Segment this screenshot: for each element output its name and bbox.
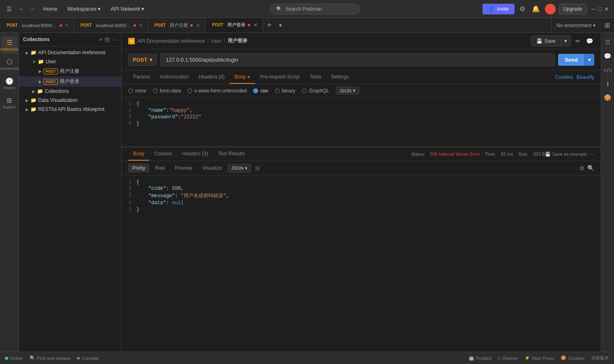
runner-item[interactable]: ▷ Runner — [498, 355, 518, 361]
request-code-editor[interactable]: 1 { 2 "name":"happy", 3 "password":"2222… — [122, 97, 601, 147]
resp-tab-cookies[interactable]: Cookies — [149, 147, 177, 161]
resp-copy-button[interactable]: ⧉ — [580, 165, 584, 172]
radio-binary[interactable]: binary — [275, 88, 295, 94]
explore-icon: ⊞ — [7, 97, 12, 104]
sidebar-item-history[interactable]: 🕐 History — [1, 75, 18, 92]
fmt-raw[interactable]: Raw — [151, 164, 169, 173]
tab-2[interactable]: POST localhost:8080/socke ✕ — [74, 18, 148, 32]
tab-params[interactable]: Params — [128, 71, 155, 84]
edit-button[interactable]: ✏ — [574, 35, 582, 46]
radio-form-data[interactable]: form-data — [153, 88, 181, 94]
cookies-item[interactable]: 🍪 Cookies — [561, 355, 584, 361]
api-network-nav[interactable]: API Network ▾ — [107, 4, 148, 14]
env-selector[interactable]: No environment ▾ — [551, 18, 600, 32]
sidebar-item-collections[interactable]: ☰ Collections — [1, 36, 18, 54]
add-tab-button[interactable]: + — [263, 21, 276, 30]
response-more-button[interactable]: ··· — [589, 151, 594, 157]
tab-authorization[interactable]: Authorization — [155, 71, 194, 84]
tree-item-data-viz[interactable]: ▶ 📁 Data Visualization — [19, 96, 121, 105]
save-example-button[interactable]: 💾 Save as example — [545, 152, 587, 157]
sidebar-add-button[interactable]: + — [99, 36, 102, 43]
console-label: Console — [82, 356, 99, 361]
save-dropdown-button[interactable]: ▾ — [561, 35, 571, 46]
close-button[interactable]: ✕ — [604, 6, 609, 12]
back-button[interactable]: ← — [17, 5, 26, 13]
tab-tests[interactable]: Tests — [305, 71, 326, 84]
req-line-2: 2 "name":"happy", — [122, 107, 601, 114]
tab-settings[interactable]: Settings — [326, 71, 353, 84]
workspaces-nav[interactable]: Workspaces ▾ — [64, 4, 104, 14]
right-comment-button[interactable]: 💬 — [601, 50, 614, 62]
radio-none[interactable]: none — [128, 88, 146, 94]
comment-button[interactable]: 💬 — [585, 35, 594, 46]
radio-graphql[interactable]: GraphQL — [302, 88, 329, 94]
online-status: Online — [5, 356, 23, 361]
start-proxy-item[interactable]: ⚡ Start Proxy — [524, 355, 554, 361]
search-box[interactable]: 🔍 Search Postman — [270, 4, 360, 14]
tab-close-1[interactable]: ✕ — [65, 23, 69, 28]
resp-tab-body[interactable]: Body — [128, 147, 149, 161]
resp-tab-headers[interactable]: Headers (3) — [177, 147, 213, 161]
postbot-item[interactable]: 🤖 Postbot — [469, 355, 491, 361]
tab-overflow-button[interactable]: ▾ — [276, 22, 285, 28]
resp-filter-button[interactable]: ⊟ — [255, 165, 260, 171]
send-button[interactable]: Send — [558, 54, 584, 66]
save-button[interactable]: 💾 Save — [531, 35, 561, 46]
menu-button[interactable]: ☰ — [5, 5, 14, 13]
right-sidebar-icon-1[interactable]: ☰ — [602, 36, 613, 48]
beautify-button[interactable]: Beautify — [577, 74, 594, 80]
maximize-button[interactable]: □ — [598, 6, 602, 12]
console-item[interactable]: ▶ Console — [77, 355, 99, 361]
home-nav[interactable]: Home — [40, 4, 61, 14]
url-input[interactable] — [160, 53, 555, 66]
right-cookie-button[interactable]: 🍪 — [601, 92, 614, 104]
sidebar-more-button[interactable]: ··· — [112, 36, 117, 43]
method-select[interactable]: POST ▾ — [128, 54, 157, 66]
fmt-preview[interactable]: Preview — [171, 164, 196, 173]
find-replace-item[interactable]: 🔍 Find and replace — [30, 355, 71, 361]
resp-json-selector[interactable]: JSON ▾ — [228, 164, 251, 173]
tree-item-register[interactable]: ▶ POST 用户注册 — [19, 66, 121, 76]
tab-3[interactable]: POST 用户注册 ✕ — [148, 18, 205, 32]
forward-button[interactable]: → — [28, 5, 37, 13]
sidebar-filter-button[interactable]: ⊟ — [105, 36, 110, 43]
fmt-visualize[interactable]: Visualize — [198, 164, 226, 173]
tree-item-user[interactable]: ▼ 📁 User — [19, 57, 121, 66]
main-layout: ☰ Collections ⬡ Environments 🕐 History ⊞… — [0, 33, 614, 352]
sidebar-toggle-button[interactable]: ⊞ — [600, 21, 614, 29]
tab-close-3[interactable]: ✕ — [196, 23, 200, 28]
sidebar-item-environments[interactable]: ⬡ Environments — [1, 55, 18, 73]
tree-item-login[interactable]: ▶ POST 用户登录 — [19, 76, 121, 87]
avatar — [545, 4, 556, 14]
tab-headers[interactable]: Headers (8) — [194, 71, 229, 84]
send-dropdown-button[interactable]: ▾ — [584, 54, 594, 66]
radio-urlencoded[interactable]: x-www-form-urlencoded — [187, 88, 247, 94]
right-code-button[interactable]: </> — [601, 64, 614, 76]
cookies-bar-label: Cookies — [568, 356, 584, 361]
fmt-pretty[interactable]: Pretty — [128, 164, 149, 173]
notifications-button[interactable]: 🔔 — [530, 3, 542, 14]
tree-item-restful[interactable]: ▶ 📁 RESTful API Basics #blueprint — [19, 105, 121, 114]
tab-close-4[interactable]: ✕ — [254, 22, 258, 28]
tab-pre-request[interactable]: Pre-request Script — [255, 71, 305, 84]
resp-tab-test-results[interactable]: Test Results — [213, 147, 249, 161]
resp-search-button[interactable]: 🔍 — [587, 165, 594, 172]
tab-close-2[interactable]: ✕ — [138, 23, 143, 28]
radio-raw[interactable]: raw — [253, 88, 268, 94]
tree-item-api-doc[interactable]: ▶ 📁 API Documentation #reference — [19, 48, 121, 57]
register-method-badge: POST — [44, 69, 58, 74]
sidebar-item-explore[interactable]: ⊞ Explore — [1, 94, 18, 112]
status-bar: Online 🔍 Find and replace ▶ Console 🤖 Po… — [0, 352, 614, 364]
tab-4[interactable]: POST 用户登录 ✕ — [205, 18, 263, 32]
tab-1[interactable]: POST localhost:8080/socke ✕ — [0, 18, 74, 32]
minimize-button[interactable]: ─ — [592, 6, 596, 12]
right-info-button[interactable]: ℹ — [604, 78, 612, 90]
tree-item-collections-sub[interactable]: ▶ 📁 Collections — [19, 87, 121, 96]
settings-button[interactable]: ⚙ — [518, 3, 527, 14]
upgrade-button[interactable]: Upgrade — [559, 4, 587, 14]
invite-button[interactable]: 👤 Invite — [482, 4, 515, 14]
cookies-button[interactable]: Cookies — [555, 74, 573, 80]
tab-body[interactable]: Body ● — [230, 71, 255, 84]
json-format-selector[interactable]: JSON ▾ — [336, 87, 359, 94]
console-icon: ▶ — [77, 355, 81, 361]
